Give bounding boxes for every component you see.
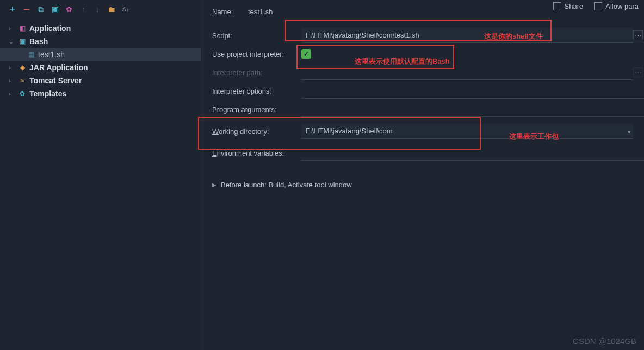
working-directory-input[interactable] xyxy=(301,124,633,139)
tree-label: Application xyxy=(29,24,71,33)
label-name: Name: xyxy=(212,8,240,16)
move-down-icon[interactable]: ↓ xyxy=(92,4,102,14)
bash-icon: ▣ xyxy=(18,38,26,45)
config-tree: › ◧ Application ⌄ ▣ Bash ▤ test1.sh › ◆ … xyxy=(0,19,201,103)
sidebar: + − ⧉ ▣ ✿ ↑ ↓ 🖿 A↓ › ◧ Application ⌄ ▣ B… xyxy=(0,0,201,350)
row-use-interpreter: Use project interpreter: ✓ xyxy=(212,45,644,63)
file-icon: ▤ xyxy=(27,51,35,58)
tree-node-application[interactable]: › ◧ Application xyxy=(0,22,201,35)
templates-icon: ✿ xyxy=(18,90,26,97)
checkbox-icon xyxy=(553,2,561,10)
label-use-interpreter: Use project interpreter: xyxy=(212,50,294,58)
browse-icon[interactable]: ⋯ xyxy=(633,30,643,40)
before-launch-section[interactable]: ▶ Before launch: Build, Activate tool wi… xyxy=(212,177,644,192)
label-script: Script: xyxy=(212,32,294,40)
tree-node-tomcat[interactable]: › ≈ Tomcat Server xyxy=(0,74,201,87)
before-launch-label: Before launch: Build, Activate tool wind… xyxy=(221,181,352,189)
remove-icon[interactable]: − xyxy=(22,4,32,14)
chevron-right-icon: › xyxy=(9,77,15,84)
config-toolbar: + − ⧉ ▣ ✿ ↑ ↓ 🖿 A↓ xyxy=(0,0,201,19)
triangle-right-icon: ▶ xyxy=(212,182,216,188)
tree-node-jar[interactable]: › ◆ JAR Application xyxy=(0,61,201,74)
top-options: Share Allow para xyxy=(553,2,639,10)
tree-label: test1.sh xyxy=(38,50,65,59)
interpreter-path-input xyxy=(301,65,633,80)
tree-label: Tomcat Server xyxy=(29,76,82,85)
sort-icon[interactable]: A↓ xyxy=(121,4,131,14)
tree-label: Bash xyxy=(29,37,48,46)
jar-icon: ◆ xyxy=(18,64,26,71)
copy-icon[interactable]: ⧉ xyxy=(36,4,46,14)
row-script: Script: ⋯ xyxy=(212,26,644,45)
label-interpreter-options: Interpreter options: xyxy=(212,87,294,95)
dropdown-icon[interactable]: ▾ xyxy=(628,128,631,136)
environment-variables-input[interactable] xyxy=(301,145,644,161)
checkbox-icon xyxy=(594,2,602,10)
label-program-arguments: Program arguments: xyxy=(212,106,294,114)
application-icon: ◧ xyxy=(18,24,26,32)
chevron-right-icon: › xyxy=(9,64,15,71)
interpreter-options-input[interactable] xyxy=(301,83,644,99)
tree-node-templates[interactable]: › ✿ Templates xyxy=(0,87,201,100)
tree-node-bash[interactable]: ⌄ ▣ Bash xyxy=(0,35,201,48)
main-panel: Share Allow para Name: test1.sh Script: … xyxy=(201,0,644,350)
chevron-right-icon: › xyxy=(9,25,15,32)
label-interpreter-path: Interpreter path: xyxy=(212,69,294,77)
gear-icon[interactable]: ✿ xyxy=(64,4,74,14)
tree-node-test1[interactable]: ▤ test1.sh xyxy=(0,48,201,61)
program-arguments-input[interactable] xyxy=(301,102,644,117)
script-input[interactable] xyxy=(301,28,633,43)
move-up-icon[interactable]: ↑ xyxy=(78,4,88,14)
label-environment-variables: Environment variables: xyxy=(212,149,294,157)
allow-parallel-checkbox[interactable]: Allow para xyxy=(594,2,639,10)
tree-label: JAR Application xyxy=(29,63,88,72)
row-interpreter-path: Interpreter path: ⋯ xyxy=(212,63,644,82)
save-icon[interactable]: ▣ xyxy=(50,4,60,14)
share-label: Share xyxy=(565,2,584,10)
row-working-directory: Working directory: ▾ xyxy=(212,122,644,140)
row-interpreter-options: Interpreter options: xyxy=(212,82,644,100)
tomcat-icon: ≈ xyxy=(18,77,26,84)
chevron-down-icon: ⌄ xyxy=(9,38,15,45)
tree-label: Templates xyxy=(29,89,66,98)
share-checkbox[interactable]: Share xyxy=(553,2,584,10)
label-working-directory: Working directory: xyxy=(212,127,294,136)
watermark: CSDN @1024GB xyxy=(573,336,636,346)
folder-icon[interactable]: 🖿 xyxy=(107,4,116,14)
name-value[interactable]: test1.sh xyxy=(248,8,531,16)
browse-icon[interactable]: ⋯ xyxy=(633,67,643,77)
row-environment-variables: Environment variables: xyxy=(212,144,644,162)
allow-parallel-label: Allow para xyxy=(605,2,639,10)
add-icon[interactable]: + xyxy=(8,4,17,14)
row-program-arguments: Program arguments: xyxy=(212,100,644,119)
chevron-right-icon: › xyxy=(9,90,15,97)
use-interpreter-checkbox[interactable]: ✓ xyxy=(301,49,311,59)
